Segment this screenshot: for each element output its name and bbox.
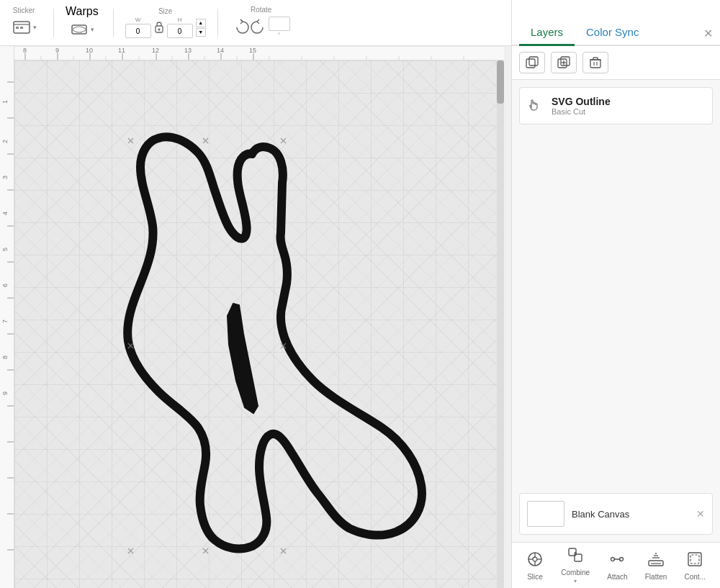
svg-rect-38 xyxy=(0,46,14,588)
svg-point-5 xyxy=(158,29,160,31)
scrollbar-vertical[interactable] xyxy=(497,60,504,588)
height-input[interactable] xyxy=(167,24,193,38)
svg-rect-1 xyxy=(16,27,19,29)
svg-rect-110 xyxy=(690,555,699,564)
delete-layer-button[interactable] xyxy=(582,52,608,73)
tab-layers[interactable]: Layers xyxy=(519,20,575,46)
ruler-v-svg: 1 2 3 4 5 6 7 8 9 xyxy=(0,46,14,588)
sticker-button[interactable]: ▾ xyxy=(9,16,40,39)
blank-canvas-preview xyxy=(527,501,564,527)
panel-tabs: Layers Color Sync ✕ xyxy=(512,0,720,46)
slice-icon xyxy=(526,551,544,571)
svg-text:9: 9 xyxy=(1,392,9,395)
svg-text:12: 12 xyxy=(152,47,159,54)
add-layer-button[interactable] xyxy=(519,52,545,73)
layer-type: Basic Cut xyxy=(552,107,611,116)
contour-icon xyxy=(686,551,703,571)
attach-icon xyxy=(608,551,626,571)
sticker-group: Sticker ▾ xyxy=(6,6,42,39)
svg-rect-2 xyxy=(20,27,23,29)
combine-label: Combine xyxy=(561,569,590,576)
warp-label: Warps xyxy=(66,5,99,18)
warp-group: Warps ▾ xyxy=(66,5,99,41)
rotate-label: Rotate xyxy=(251,6,271,14)
blank-canvas-close-icon[interactable]: ✕ xyxy=(696,508,705,520)
size-down-button[interactable]: ▼ xyxy=(196,28,206,37)
svg-text:11: 11 xyxy=(118,47,125,54)
panel-close-button[interactable]: ✕ xyxy=(703,27,713,40)
width-label: W xyxy=(135,17,141,23)
scrollbar-thumb[interactable] xyxy=(497,60,504,104)
svg-text:13: 13 xyxy=(184,47,192,54)
svg-point-93 xyxy=(533,557,537,561)
warp-button[interactable]: ▾ xyxy=(66,18,97,41)
copy-layer-button[interactable] xyxy=(551,52,577,73)
flatten-tool[interactable]: Flatten xyxy=(641,548,672,584)
tab-color-sync[interactable]: Color Sync xyxy=(575,20,650,46)
right-panel: Layers Color Sync ✕ xyxy=(511,0,720,588)
divider-1 xyxy=(53,9,54,37)
svg-text:3: 3 xyxy=(1,176,9,179)
rotate-input[interactable] xyxy=(269,17,290,31)
design-svg[interactable] xyxy=(14,60,504,588)
contour-label: Cont... xyxy=(684,573,705,581)
rotate-group: Rotate ° xyxy=(230,6,293,40)
canvas-area[interactable] xyxy=(14,60,504,588)
ruler-h-svg: 8 9 10 11 12 13 14 15 xyxy=(0,46,504,60)
height-label: H xyxy=(178,17,182,23)
svg-text:1: 1 xyxy=(1,100,9,104)
ruler-vertical: 1 2 3 4 5 6 7 8 9 xyxy=(0,46,14,588)
divider-2 xyxy=(113,9,114,37)
rotate-button[interactable]: ° xyxy=(230,15,293,40)
svg-rect-81 xyxy=(558,59,567,68)
flatten-label: Flatten xyxy=(645,573,667,581)
size-up-button[interactable]: ▲ xyxy=(196,19,206,27)
width-input[interactable] xyxy=(125,24,151,38)
svg-rect-80 xyxy=(529,57,538,65)
layer-name: SVG Outline xyxy=(552,96,611,107)
lock-icon[interactable] xyxy=(154,21,164,34)
combine-chevron[interactable]: ▾ xyxy=(574,578,577,584)
size-label: Size xyxy=(158,7,172,15)
layer-item[interactable]: SVG Outline Basic Cut xyxy=(519,87,713,125)
svg-text:9: 9 xyxy=(55,47,59,54)
size-group: Size W H ▲ ▼ xyxy=(125,7,206,38)
sticker-label: Sticker xyxy=(13,6,35,14)
svg-text:5: 5 xyxy=(1,248,9,251)
svg-text:14: 14 xyxy=(217,47,224,54)
panel-toolbar xyxy=(512,46,720,80)
svg-text:15: 15 xyxy=(249,47,256,54)
attach-label: Attach xyxy=(607,573,627,581)
divider-3 xyxy=(217,9,218,37)
svg-text:7: 7 xyxy=(1,320,9,323)
blank-canvas-label: Blank Canvas xyxy=(572,509,629,520)
svg-rect-85 xyxy=(590,60,600,68)
layers-content: SVG Outline Basic Cut xyxy=(512,80,720,290)
slice-label: Slice xyxy=(527,573,543,581)
svg-rect-82 xyxy=(561,57,570,65)
bottom-toolbar: Slice Combine ▾ xyxy=(512,542,720,588)
panel-spacer xyxy=(512,290,720,486)
svg-rect-79 xyxy=(526,59,535,68)
svg-text:10: 10 xyxy=(86,47,93,54)
svg-text:8: 8 xyxy=(1,356,9,359)
combine-tool[interactable]: Combine ▾ xyxy=(557,543,594,587)
size-inputs: W H ▲ ▼ xyxy=(125,17,206,38)
attach-tool[interactable]: Attach xyxy=(603,548,631,584)
svg-text:2: 2 xyxy=(1,140,9,143)
layer-info: SVG Outline Basic Cut xyxy=(552,96,611,116)
svg-text:6: 6 xyxy=(1,284,9,287)
svg-text:4: 4 xyxy=(1,212,9,215)
layer-icon xyxy=(524,94,544,118)
slice-tool[interactable]: Slice xyxy=(522,548,548,584)
flatten-icon xyxy=(647,551,665,571)
blank-canvas-section[interactable]: Blank Canvas ✕ xyxy=(519,493,713,535)
combine-icon xyxy=(567,546,584,567)
ruler-horizontal: 8 9 10 11 12 13 14 15 xyxy=(0,46,504,60)
svg-text:8: 8 xyxy=(23,47,27,54)
contour-tool[interactable]: Cont... xyxy=(680,548,709,584)
